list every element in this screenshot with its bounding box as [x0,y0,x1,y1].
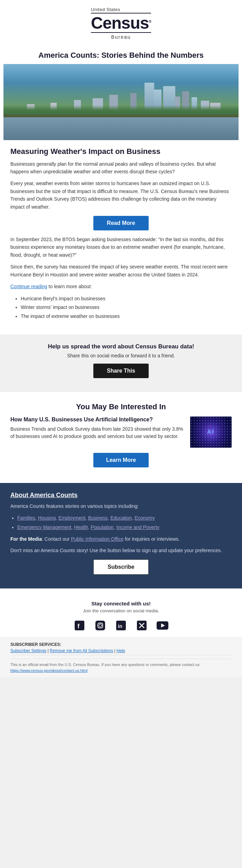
link-housing[interactable]: Housing [38,515,56,521]
remove-subscriptions-link[interactable]: Remove me from All Subscriptions [50,648,113,653]
social-section: Stay connected with us! Join the convers… [0,592,242,638]
ai-article: How Many U.S. Businesses Use Artificial … [10,417,232,448]
learn-more-button[interactable]: Learn More [93,453,149,467]
pio-link[interactable]: Public Information Office [71,536,123,542]
link-education[interactable]: Education [110,515,132,521]
link-emergency[interactable]: Emergency Management [17,524,71,530]
media-label: For the Media [10,536,42,542]
hero-water [3,117,239,140]
about-section: About America Counts America Counts feat… [0,483,242,588]
ai-article-title: How Many U.S. Businesses Use Artificial … [10,417,185,423]
logo: United States Census® Bureau [91,7,151,40]
bullet-2: Winter storms' impact on businesses [21,303,232,312]
article-title: Measuring Weather's Impact on Business [10,147,232,156]
about-media: For the Media: Contact our Public Inform… [10,535,232,543]
hero-image-container [0,64,242,140]
article-section: Measuring Weather's Impact on Business B… [0,140,242,331]
page-title-section: America Counts: Stories Behind the Numbe… [0,45,242,64]
road [3,115,239,117]
hero-image [3,64,239,140]
footer: SUBSCRIBER SERVICES: Subscriber Settings… [0,638,242,677]
share-section: Help us spread the word about Census Bur… [0,335,242,392]
logo-reg: ® [149,20,151,24]
subscriber-services-label: SUBSCRIBER SERVICES: [10,642,232,647]
article-para-3: In September 2023, the BTOS began asking… [10,236,232,259]
ai-image: AI [190,417,232,448]
about-links-list: Families, Housing, Employment, Business,… [17,513,232,532]
article-body-2: In September 2023, the BTOS began asking… [10,236,232,290]
logo-bureau: Bureau [91,34,151,40]
logo-line [91,13,151,13]
link-business[interactable]: Business [88,515,108,521]
ai-article-text: How Many U.S. Businesses Use Artificial … [10,417,185,440]
share-title: Help us spread the word about Census Bur… [10,343,232,350]
svg-text:in: in [118,623,122,629]
link-income[interactable]: Income and Poverty [116,524,159,530]
twitter-x-icon[interactable] [135,619,149,632]
read-more-button[interactable]: Read More [93,216,149,230]
interested-title: You May Be Interested In [10,402,232,411]
about-update: Don't miss an America Counts story! Use … [10,547,232,554]
bullet-list: Hurricane Beryl's impact on businesses W… [21,294,232,321]
link-families[interactable]: Families [17,515,35,521]
article-body: Businesses generally plan for the normal… [10,160,232,211]
interested-section: You May Be Interested In How Many U.S. B… [0,395,242,479]
about-title: About America Counts [10,492,232,499]
about-intro: America Counts features stories on vario… [10,502,232,510]
link-population[interactable]: Population [91,524,113,530]
social-subtitle: Join the conversation on social media. [10,608,232,613]
ai-label: AI [207,429,215,435]
youtube-icon[interactable] [156,619,169,632]
article-para-1: Businesses generally plan for the normal… [10,160,232,176]
media-suffix: for inquiries or interviews. [123,536,180,542]
svg-point-5 [102,623,103,624]
subscribe-button[interactable]: Subscribe [93,559,149,575]
link-employment[interactable]: Employment [58,515,85,521]
help-link[interactable]: Help [117,648,125,653]
disclaimer-text: This is an official email from the U.S. … [10,663,200,667]
linkedin-icon[interactable]: in [114,619,128,632]
instagram-icon[interactable] [93,619,107,632]
svg-text:f: f [77,623,80,630]
social-title: Stay connected with us! [10,601,232,606]
logo-line-2 [91,32,151,33]
share-this-button[interactable]: Share This [93,364,149,378]
about-links-row2-text: Emergency Management, Health, Population… [17,524,159,530]
logo-united-states: United States [91,7,151,12]
ai-article-body: Business Trends and Outlook Survey data … [10,426,185,440]
about-links-row1-text: Families, Housing, Employment, Business,… [17,515,155,521]
svg-rect-0 [75,621,84,630]
footer-disclaimer: This is an official email from the U.S. … [10,659,232,673]
about-links-row2: Emergency Management, Health, Population… [17,523,232,532]
continue-suffix: to learn more about: [47,284,92,289]
share-subtitle: Share this on social media or forward it… [10,353,232,358]
article-para-2: Every year, weather events from winter s… [10,180,232,211]
page-title: America Counts: Stories Behind the Numbe… [21,51,221,61]
bullet-3: The impact of extreme weather on busines… [21,312,232,321]
footer-links: Subscriber Settings | Remove me from All… [10,648,232,653]
census-contact-link[interactable]: https://www.census.gov/about/contact-us.… [10,668,87,673]
social-icons-row: f in [10,619,232,632]
article-continue: Continue reading to learn more about: [10,283,232,290]
about-links-row1: Families, Housing, Employment, Business,… [17,513,232,523]
bullet-1: Hurricane Beryl's impact on businesses [21,294,232,303]
footer-divider [10,655,232,655]
continue-reading-link[interactable]: Continue reading [10,284,47,289]
facebook-icon[interactable]: f [73,619,86,632]
link-health[interactable]: Health [74,524,88,530]
header: United States Census® Bureau [0,0,242,45]
link-economy[interactable]: Economy [134,515,155,521]
media-text: : Contact our [42,536,71,542]
logo-census: Census® [91,15,151,31]
about-title-text: About [10,492,30,499]
about-title-link[interactable]: America Counts [30,492,77,499]
svg-rect-2 [95,621,105,630]
article-para-4: Since then, the survey has measured the … [10,263,232,278]
subscriber-settings-link[interactable]: Subscriber Settings [10,648,46,653]
